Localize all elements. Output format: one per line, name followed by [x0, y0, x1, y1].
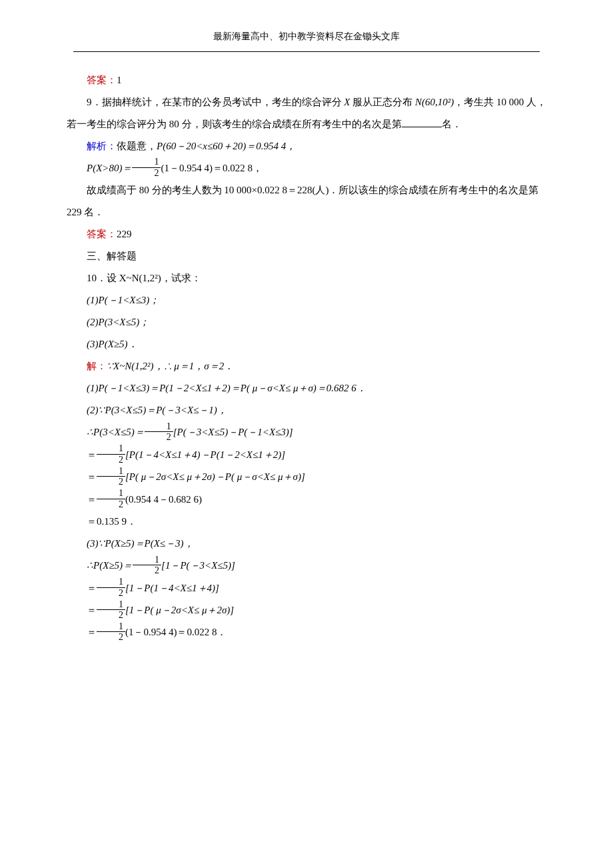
q9-text2: 服从正态分布 [352, 97, 415, 107]
fraction-half: 12 [97, 621, 125, 643]
q10-l9a: ∴P(X≥5)＝ [87, 560, 133, 571]
q10-l10: ＝12[1－P(1－4<X≤1＋4)] [67, 577, 546, 599]
q10-l6a: ＝ [87, 494, 97, 505]
q10-l3b: [P(－3<X≤5)－P(－1<X≤3)] [173, 427, 293, 437]
fraction-half: 12 [97, 466, 125, 487]
q9-parse-line3: 故成绩高于 80 分的考生人数为 10 000×0.022 8＝228(人)．所… [67, 179, 546, 223]
q10-l0: ∵X~N(1,2²)，∴ μ＝1，σ＝2． [107, 361, 234, 371]
fraction-half: 12 [145, 421, 173, 443]
solve-label: 解： [87, 361, 107, 371]
q10-l7: ＝0.135 9． [67, 511, 546, 533]
page-header: 最新海量高中、初中教学资料尽在金锄头文库 [67, 27, 546, 47]
answer-label: 答案： [87, 229, 117, 239]
q10-l4a: ＝ [87, 449, 97, 460]
answer-9: 答案：229 [67, 223, 546, 245]
page-content: 最新海量高中、初中教学资料尽在金锄头文库 答案：1 9．据抽样统计，在某市的公务… [0, 0, 613, 684]
fraction-half: 12 [132, 157, 161, 178]
fraction-half: 12 [97, 599, 125, 621]
q10-part2: (2)P(3<X≤5)； [67, 311, 546, 333]
q9-parse1: 依题意， [117, 141, 157, 151]
q10-l6b: (0.954 4－0.682 6) [125, 494, 202, 505]
q10-part3: (3)P(X≥5)． [67, 333, 546, 355]
answer-value: 1 [117, 75, 122, 85]
q9-text1: 9．据抽样统计，在某市的公务员考试中，考生的综合评分 [87, 97, 344, 107]
q10-part1: (1)P(－1<X≤3)； [67, 289, 546, 311]
fill-blank [402, 117, 442, 127]
q9-eq2b: (1－0.954 4)＝0.022 8， [161, 163, 263, 173]
q10-l12a: ＝ [87, 627, 97, 637]
q9-parse-line1: 解析：依题意，P(60－20<x≤60＋20)＝0.954 4， [67, 135, 546, 157]
q10-l8: (3)∵P(X≥5)＝P(X≤－3)， [67, 533, 546, 555]
q10-l4b: [P(1－4<X≤1＋4)－P(1－2<X≤1＋2)] [125, 449, 285, 460]
section-3-heading: 三、解答题 [67, 245, 546, 267]
fraction-half: 12 [97, 577, 125, 598]
q10-l5: ＝12[P( μ－2σ<X≤ μ＋2σ)－P( μ－σ<X≤ μ＋σ)] [67, 466, 546, 488]
q10-solve-line0: 解：∵X~N(1,2²)，∴ μ＝1，σ＝2． [67, 355, 546, 377]
q9-dist: N(60,10²) [415, 97, 454, 107]
header-rule [73, 51, 540, 52]
q10-l5a: ＝ [87, 471, 97, 482]
q10-l1: (1)P(－1<X≤3)＝P(1－2<X≤1＋2)＝P( μ－σ<X≤ μ＋σ)… [67, 377, 546, 399]
question-9-stem: 9．据抽样统计，在某市的公务员考试中，考生的综合评分 X 服从正态分布 N(60… [67, 91, 546, 135]
answer-value: 229 [117, 229, 132, 239]
question-10-stem: 10．设 X~N(1,2²)，试求： [67, 267, 546, 289]
q10-l3a: ∴P(3<X≤5)＝ [87, 427, 145, 437]
q9-parse-line2: P(X>80)＝12(1－0.954 4)＝0.022 8， [67, 157, 546, 179]
q10-l9: ∴P(X≥5)＝12[1－P(－3<X≤5)] [67, 555, 546, 577]
q10-l11b: [1－P( μ－2σ<X≤ μ＋2σ)] [125, 605, 234, 615]
parse-label: 解析： [87, 141, 117, 151]
q10-l12: ＝12(1－0.954 4)＝0.022 8． [67, 621, 546, 643]
answer-label: 答案： [87, 75, 117, 85]
q10-l11a: ＝ [87, 605, 97, 615]
answer-8: 答案：1 [67, 69, 546, 91]
q10-l9b: [1－P(－3<X≤5)] [161, 560, 235, 571]
q10-l4: ＝12[P(1－4<X≤1＋4)－P(1－2<X≤1＋2)] [67, 444, 546, 466]
q10-l12b: (1－0.954 4)＝0.022 8． [125, 627, 227, 637]
q10-l6: ＝12(0.954 4－0.682 6) [67, 489, 546, 511]
q10-l10b: [1－P(1－4<X≤1＋4)] [125, 583, 219, 593]
q10-l2: (2)∵P(3<X≤5)＝P(－3<X≤－1)， [67, 399, 546, 421]
q10-stem: 10．设 X~N(1,2²)，试求： [87, 273, 201, 283]
q9-eq2a: P(X>80)＝ [87, 163, 132, 173]
fraction-half: 12 [133, 555, 161, 576]
q10-l5b: [P( μ－2σ<X≤ μ＋2σ)－P( μ－σ<X≤ μ＋σ)] [125, 471, 305, 482]
q10-l10a: ＝ [87, 583, 97, 593]
fraction-half: 12 [97, 488, 125, 509]
q10-l11: ＝12[1－P( μ－2σ<X≤ μ＋2σ)] [67, 599, 546, 621]
q9-text4: 名． [442, 119, 462, 129]
q9-parse-eq1: P(60－20<x≤60＋20)＝0.954 4， [157, 141, 296, 151]
fraction-half: 12 [97, 443, 125, 465]
q10-l3: ∴P(3<X≤5)＝12[P(－3<X≤5)－P(－1<X≤3)] [67, 421, 546, 443]
